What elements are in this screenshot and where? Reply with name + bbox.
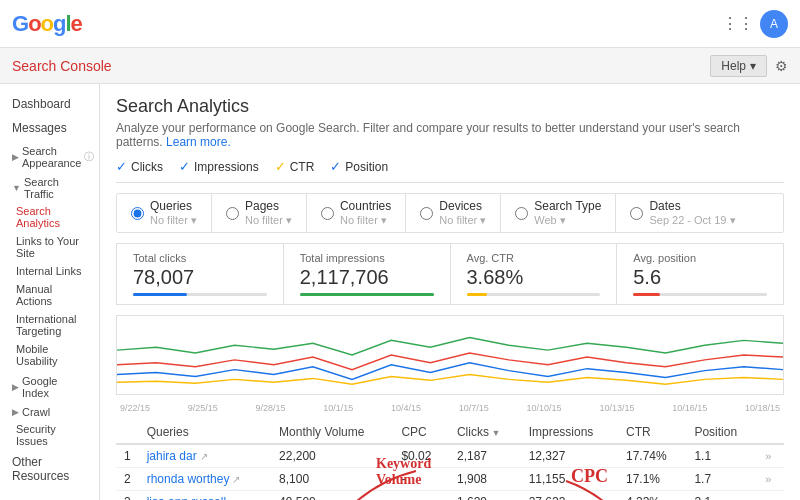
col-monthly-volume[interactable]: Monthly Volume (271, 421, 393, 444)
stat-avg-ctr: Avg. CTR 3.68% (451, 244, 618, 304)
help-button[interactable]: Help ▾ (710, 55, 767, 77)
google-logo: Google (12, 11, 82, 37)
row-cpc: - (393, 491, 449, 501)
row-impressions: 37,622 (521, 491, 618, 501)
sidebar-item-internal-links[interactable]: Internal Links (0, 262, 99, 280)
dim-queries-radio[interactable] (131, 207, 144, 220)
sidebar-item-intl-targeting[interactable]: International Targeting (0, 310, 99, 340)
stat-avg-position: Avg. position 5.6 (617, 244, 783, 304)
filter-impressions[interactable]: ✓ Impressions (179, 159, 259, 174)
col-ctr[interactable]: CTR (618, 421, 686, 444)
sidebar-item-mobile-usability[interactable]: Mobile Usability (0, 340, 99, 370)
dim-search-type-radio[interactable] (515, 207, 528, 220)
col-cpc[interactable]: CPC (393, 421, 449, 444)
col-position[interactable]: Position (686, 421, 757, 444)
avatar[interactable]: A (760, 10, 788, 38)
page-description: Analyze your performance on Google Searc… (116, 121, 784, 149)
table-row: 1 jahira dar ↗ 22,200 $0.02 2,187 12,327… (116, 444, 784, 468)
settings-icon[interactable]: ⚙ (775, 58, 788, 74)
stat-total-clicks: Total clicks 78,007 (117, 244, 284, 304)
row-num: 2 (116, 468, 139, 491)
row-expand[interactable]: » (757, 444, 784, 468)
row-query[interactable]: jahira dar ↗ (139, 444, 271, 468)
sidebar-item-search-traffic[interactable]: ▼ Search Traffic (0, 171, 99, 202)
row-query[interactable]: lisa ann russell ↗ (139, 491, 271, 501)
sidebar: Dashboard Messages ▶ Search Appearance ⓘ… (0, 84, 100, 500)
dim-pages[interactable]: Pages No filter ▾ (212, 194, 307, 232)
col-impressions[interactable]: Impressions (521, 421, 618, 444)
col-clicks[interactable]: Clicks (449, 421, 521, 444)
main-content: Search Analytics Analyze your performanc… (100, 84, 800, 500)
row-position: 1.1 (686, 444, 757, 468)
sidebar-item-search-analytics[interactable]: Search Analytics (0, 202, 99, 232)
external-link-icon: ↗ (200, 451, 208, 462)
table-container: Queries Monthly Volume CPC Clicks Impres… (116, 421, 784, 500)
sub-header-right: Help ▾ ⚙ (710, 55, 788, 77)
row-monthly-volume: 49,500 (271, 491, 393, 501)
dim-devices[interactable]: Devices No filter ▾ (406, 194, 501, 232)
dim-search-type[interactable]: Search Type Web ▾ (501, 194, 616, 232)
dim-dates-radio[interactable] (630, 207, 643, 220)
col-num (116, 421, 139, 444)
table-row: 2 rhonda worthey ↗ 8,100 - 1,908 11,155 … (116, 468, 784, 491)
app-title: Search Console (12, 58, 112, 74)
sidebar-item-dashboard[interactable]: Dashboard (0, 92, 99, 116)
row-cpc: - (393, 468, 449, 491)
sidebar-item-search-appearance[interactable]: ▶ Search Appearance ⓘ (0, 140, 99, 171)
row-ctr: 17.1% (618, 468, 686, 491)
row-expand[interactable]: » (757, 491, 784, 501)
row-monthly-volume: 8,100 (271, 468, 393, 491)
dim-countries-radio[interactable] (321, 207, 334, 220)
sidebar-item-google-index[interactable]: ▶ Google Index (0, 370, 99, 401)
header: Google ⋮⋮ A (0, 0, 800, 48)
header-left: Google (12, 11, 82, 37)
chart-svg (117, 316, 783, 394)
row-clicks: 1,908 (449, 468, 521, 491)
row-num: 1 (116, 444, 139, 468)
row-cpc: $0.02 (393, 444, 449, 468)
row-monthly-volume: 22,200 (271, 444, 393, 468)
row-impressions: 12,327 (521, 444, 618, 468)
x-axis-labels: 9/22/15 9/25/15 9/28/15 10/1/15 10/4/15 … (116, 403, 784, 413)
row-clicks: 1,629 (449, 491, 521, 501)
sidebar-item-messages[interactable]: Messages (0, 116, 99, 140)
filter-bar: ✓ Clicks ✓ Impressions ✓ CTR ✓ Position (116, 159, 784, 183)
row-ctr: 4.33% (618, 491, 686, 501)
page-title: Search Analytics (116, 96, 784, 117)
sidebar-item-crawl[interactable]: ▶ Crawl (0, 401, 99, 420)
row-num: 3 (116, 491, 139, 501)
chevron-down-icon: ▾ (750, 59, 756, 73)
grid-icon[interactable]: ⋮⋮ (724, 10, 752, 38)
table-row: 3 lisa ann russell ↗ 49,500 - 1,629 37,6… (116, 491, 784, 501)
dim-devices-radio[interactable] (420, 207, 433, 220)
row-expand[interactable]: » (757, 468, 784, 491)
filter-position[interactable]: ✓ Position (330, 159, 388, 174)
col-queries[interactable]: Queries (139, 421, 271, 444)
row-query[interactable]: rhonda worthey ↗ (139, 468, 271, 491)
chart-area (116, 315, 784, 395)
col-actions (757, 421, 784, 444)
learn-more-link[interactable]: Learn more. (166, 135, 231, 149)
filter-ctr[interactable]: ✓ CTR (275, 159, 315, 174)
dim-countries[interactable]: Countries No filter ▾ (307, 194, 406, 232)
row-impressions: 11,155 (521, 468, 618, 491)
sidebar-item-manual-actions[interactable]: Manual Actions (0, 280, 99, 310)
sidebar-item-security-issues[interactable]: Security Issues (0, 420, 99, 450)
dim-queries[interactable]: Queries No filter ▾ (117, 194, 212, 232)
data-table: Queries Monthly Volume CPC Clicks Impres… (116, 421, 784, 500)
dim-pages-radio[interactable] (226, 207, 239, 220)
dim-dates[interactable]: Dates Sep 22 - Oct 19 ▾ (616, 194, 749, 232)
stats-row: Total clicks 78,007 Total impressions 2,… (116, 243, 784, 305)
row-position: 3.1 (686, 491, 757, 501)
sidebar-item-links-to-site[interactable]: Links to Your Site (0, 232, 99, 262)
row-ctr: 17.74% (618, 444, 686, 468)
row-position: 1.7 (686, 468, 757, 491)
dimension-filters: Queries No filter ▾ Pages No filter ▾ Co… (116, 193, 784, 233)
external-link-icon: ↗ (232, 474, 240, 485)
row-clicks: 2,187 (449, 444, 521, 468)
sidebar-item-other-resources[interactable]: Other Resources (0, 450, 99, 488)
filter-clicks[interactable]: ✓ Clicks (116, 159, 163, 174)
header-right: ⋮⋮ A (724, 10, 788, 38)
sub-header: Search Console Help ▾ ⚙ (0, 48, 800, 84)
external-link-icon: ↗ (229, 497, 237, 501)
